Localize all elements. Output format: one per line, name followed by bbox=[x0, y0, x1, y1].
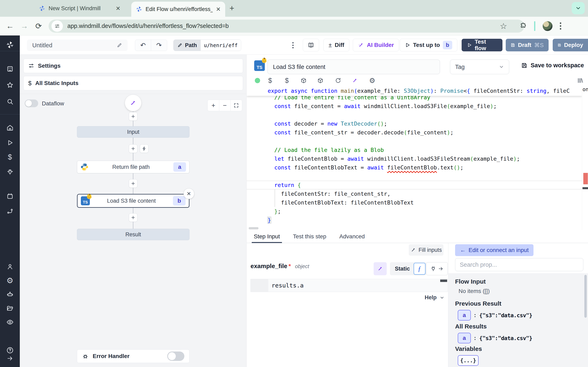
prop-search-input[interactable] bbox=[455, 258, 583, 271]
ai-builder-button[interactable]: AI Builder bbox=[353, 39, 399, 51]
scrollbar-thumb[interactable] bbox=[582, 187, 588, 189]
flow-result-node[interactable]: Result bbox=[77, 229, 190, 240]
dataflow-toggle[interactable] bbox=[25, 100, 38, 107]
fill-inputs-button[interactable]: Fill inputs bbox=[409, 244, 443, 256]
sidebar-item-workspace[interactable] bbox=[0, 63, 20, 75]
variables-icon[interactable]: $ bbox=[265, 75, 275, 86]
avatar[interactable] bbox=[543, 21, 553, 31]
delete-step-button[interactable]: ✕ bbox=[183, 188, 194, 199]
tab-search-button[interactable] bbox=[572, 2, 585, 14]
editor-settings-gear-icon[interactable]: ⚙ bbox=[367, 75, 377, 86]
library-panel-icon[interactable] bbox=[575, 75, 585, 86]
sidebar-item-schedules[interactable] bbox=[0, 191, 20, 202]
redo-button[interactable]: ↷ bbox=[151, 40, 167, 51]
baby-emoji-icon: 👶 bbox=[261, 58, 267, 63]
flow-settings-button[interactable]: Settings bbox=[24, 59, 243, 73]
close-icon[interactable]: ✕ bbox=[116, 5, 121, 12]
zoom-in-button[interactable]: + bbox=[208, 100, 219, 111]
reload-button[interactable]: ⟳ bbox=[31, 22, 46, 31]
browser-tab-inactive[interactable]: New Script | Windmill ✕ bbox=[35, 2, 125, 14]
fit-view-button[interactable] bbox=[231, 100, 242, 111]
all-results-row[interactable]: a : {"s3":"data.csv"} bbox=[458, 333, 532, 343]
tab-step-input[interactable]: Step Input bbox=[254, 230, 280, 243]
windmill-logo[interactable] bbox=[0, 39, 20, 50]
edit-or-connect-button[interactable]: ← Edit or connect an input bbox=[455, 244, 534, 256]
variables-row[interactable]: {...} bbox=[458, 355, 479, 366]
sidebar-item-settings[interactable]: ⚙ bbox=[0, 275, 20, 286]
extensions-icon[interactable] bbox=[519, 22, 527, 30]
previous-result-row[interactable]: a : {"s3":"data.csv"} bbox=[458, 310, 532, 320]
browser-tab-active[interactable]: Edit Flow u/henri/effortless_fl ✕ bbox=[131, 2, 225, 17]
flow-input-node[interactable]: Input bbox=[77, 126, 190, 138]
reload-icon[interactable] bbox=[333, 75, 343, 86]
undo-button[interactable]: ↶ bbox=[135, 40, 151, 51]
tab-advanced[interactable]: Advanced bbox=[339, 230, 365, 243]
sidebar-item-runs[interactable] bbox=[0, 137, 20, 149]
step-node-b-selected[interactable]: TS 👶 Load S3 file content b bbox=[77, 194, 190, 208]
ai-flow-wand-button[interactable] bbox=[125, 95, 141, 111]
variables-badge[interactable]: {...} bbox=[458, 355, 479, 366]
docs-button[interactable] bbox=[303, 39, 319, 51]
test-flow-button[interactable]: Test flow bbox=[462, 39, 502, 51]
sidebar-item-flows[interactable] bbox=[0, 206, 20, 217]
ai-fill-field-button[interactable] bbox=[374, 262, 387, 275]
flow-name-field[interactable]: Untitled bbox=[27, 40, 128, 51]
more-options-icon[interactable] bbox=[289, 40, 297, 50]
sidebar-item-workers[interactable] bbox=[0, 289, 20, 300]
tag-label: Tag bbox=[455, 64, 465, 70]
sidebar-item-search[interactable] bbox=[0, 96, 20, 107]
help-dropdown[interactable]: Help bbox=[425, 294, 444, 301]
forward-button[interactable]: → bbox=[17, 22, 31, 30]
diff-label: Diff bbox=[335, 42, 344, 48]
scrollbar-thumb[interactable] bbox=[584, 275, 587, 318]
package-icon[interactable] bbox=[315, 75, 325, 86]
insert-step-button[interactable] bbox=[129, 213, 138, 222]
back-button[interactable]: ← bbox=[3, 22, 17, 30]
test-up-to-button[interactable]: Test up to b bbox=[400, 39, 457, 51]
field-expression-editor[interactable]: results.a bbox=[251, 279, 448, 292]
url-bar[interactable]: app.windmill.dev/flows/edit/u/henri/effo… bbox=[49, 20, 524, 33]
sidebar-item-variables[interactable]: $ bbox=[0, 151, 20, 163]
sidebar-item-folders[interactable] bbox=[0, 303, 20, 314]
sidebar-item-user[interactable] bbox=[0, 261, 20, 272]
site-settings-icon[interactable] bbox=[52, 20, 63, 32]
insert-trigger-button[interactable] bbox=[140, 144, 148, 153]
ai-assistant-wand-icon[interactable] bbox=[350, 75, 360, 86]
new-tab-button[interactable]: + bbox=[229, 4, 234, 12]
browser-menu-icon[interactable] bbox=[560, 22, 561, 30]
expression-mode-button[interactable]: ƒ bbox=[414, 263, 425, 275]
zoom-out-button[interactable]: − bbox=[219, 100, 231, 111]
horizontal-scrollbar-thumb[interactable] bbox=[249, 227, 259, 229]
connect-input-group[interactable] bbox=[426, 262, 448, 275]
tag-select[interactable]: Tag bbox=[450, 59, 509, 74]
package-icon[interactable] bbox=[298, 75, 309, 86]
play-icon bbox=[405, 42, 410, 48]
error-handler-toggle[interactable] bbox=[167, 351, 184, 361]
resources-dollar-icon[interactable]: $ bbox=[282, 75, 292, 86]
draft-button[interactable]: Draft ⌘S bbox=[506, 39, 549, 51]
step-node-a[interactable]: Return file path a bbox=[77, 161, 190, 173]
tab-test-this-step[interactable]: Test this step bbox=[293, 230, 326, 243]
close-icon[interactable]: ✕ bbox=[216, 6, 221, 13]
insert-step-button[interactable] bbox=[129, 179, 138, 188]
step-name-input[interactable] bbox=[268, 59, 440, 74]
sidebar-item-home[interactable] bbox=[0, 122, 20, 133]
insert-step-button[interactable] bbox=[129, 144, 138, 153]
save-to-workspace-button[interactable]: Save to workspace bbox=[521, 62, 584, 69]
sidebar-item-audit-logs[interactable] bbox=[0, 317, 20, 328]
deploy-button[interactable]: Deploy bbox=[553, 39, 588, 51]
sidebar-collapse-icon[interactable] bbox=[0, 353, 20, 364]
sidebar-item-resources[interactable] bbox=[0, 167, 20, 178]
code-editor[interactable]: // Load the entire file_content as a Uin… bbox=[247, 86, 588, 230]
error-handler-card[interactable]: Error Handler bbox=[77, 350, 190, 363]
diff-button[interactable]: ± Diff bbox=[323, 39, 349, 51]
path-field[interactable]: Path u/henri/eff bbox=[173, 40, 241, 51]
all-static-inputs-button[interactable]: $ All Static Inputs bbox=[24, 76, 243, 90]
bookmark-star-icon[interactable]: ☆ bbox=[500, 21, 507, 31]
result-badge[interactable]: a bbox=[458, 310, 471, 320]
editor-overview-ruler[interactable]: on bbox=[582, 86, 588, 230]
step-tabs: Step Input Test this step Advanced bbox=[247, 230, 588, 243]
result-badge[interactable]: a bbox=[458, 333, 471, 343]
insert-step-button[interactable] bbox=[129, 112, 138, 121]
sidebar-item-favorites[interactable] bbox=[0, 79, 20, 91]
